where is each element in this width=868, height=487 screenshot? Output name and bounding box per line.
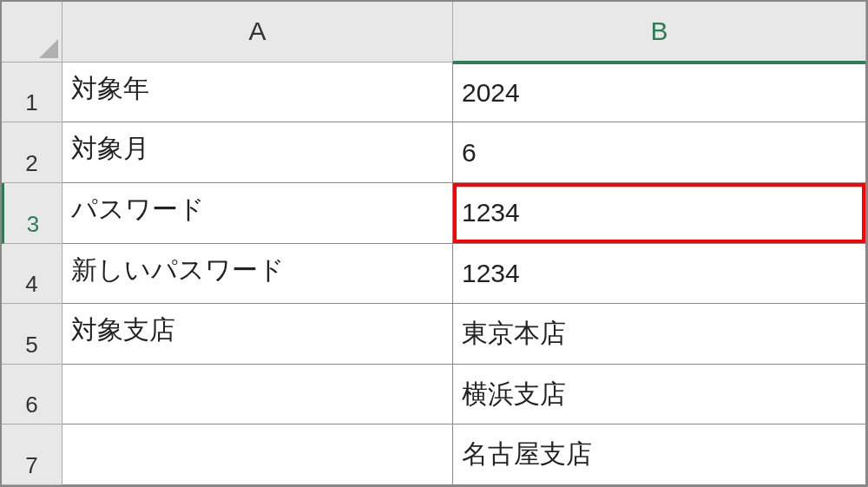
cell-b6[interactable]: 横浜支店: [453, 365, 866, 425]
row-5: 5 対象支店 東京本店: [2, 304, 866, 365]
cell-a7[interactable]: [62, 424, 453, 485]
cell-b5[interactable]: 東京本店: [453, 304, 866, 365]
row-header-7[interactable]: 7: [2, 424, 62, 485]
select-all-corner[interactable]: [2, 2, 62, 63]
row-4: 4 新しいパスワード 1234: [2, 244, 866, 305]
column-header-a[interactable]: A: [62, 2, 453, 63]
row-3: 3 パスワード 1234: [2, 183, 866, 244]
row-header-4[interactable]: 4: [2, 244, 62, 305]
row-2: 2 対象月 6: [2, 122, 866, 183]
cell-b1[interactable]: 2024: [453, 63, 866, 123]
row-header-5[interactable]: 5: [2, 304, 62, 365]
row-6: 6 横浜支店: [2, 365, 866, 425]
row-header-1[interactable]: 1: [2, 63, 62, 123]
row-1: 1 対象年 2024: [2, 63, 866, 123]
cell-b4[interactable]: 1234: [453, 244, 866, 305]
select-all-triangle-icon: [39, 39, 58, 58]
cell-a1[interactable]: 対象年: [62, 63, 453, 123]
cell-b7[interactable]: 名古屋支店: [453, 424, 866, 485]
row-header-6[interactable]: 6: [2, 365, 62, 425]
cell-a3[interactable]: パスワード: [62, 183, 453, 244]
cell-a5[interactable]: 対象支店: [62, 304, 453, 365]
column-header-row: A B: [2, 2, 866, 63]
cell-b2[interactable]: 6: [453, 122, 866, 183]
spreadsheet: A B 1 対象年 2024 2 対象月 6 3 パスワード 1234 4 新し…: [0, 0, 868, 487]
cell-b3[interactable]: 1234: [453, 183, 866, 244]
column-header-b[interactable]: B: [453, 2, 866, 63]
row-header-3[interactable]: 3: [2, 183, 62, 244]
cell-a6[interactable]: [62, 365, 453, 425]
row-7: 7 名古屋支店: [2, 424, 866, 485]
row-header-2[interactable]: 2: [2, 122, 62, 183]
cell-a4[interactable]: 新しいパスワード: [62, 244, 453, 305]
cell-a2[interactable]: 対象月: [62, 122, 453, 183]
